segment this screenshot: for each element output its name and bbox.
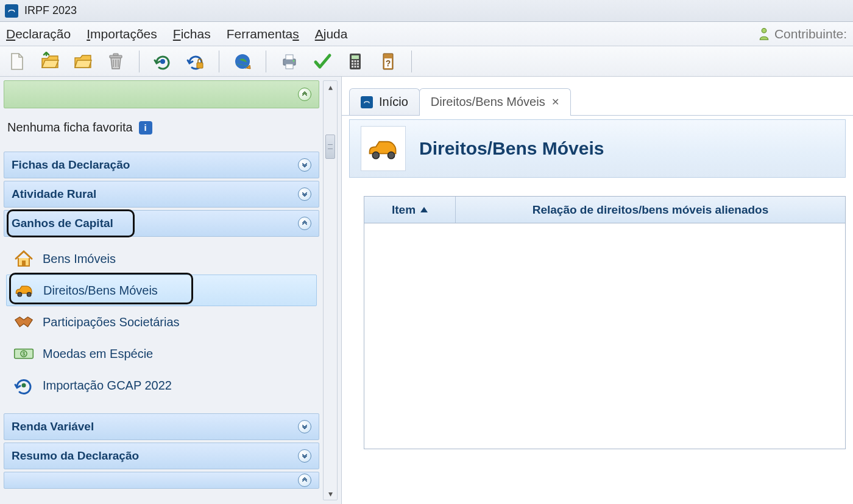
grid-body-empty xyxy=(364,223,845,449)
content-body: Item Relação de direitos/bens móveis ali… xyxy=(342,178,853,504)
toolbar-globe[interactable] xyxy=(232,51,253,72)
accordion-acesso-gov[interactable]: Acesso com gov.br xyxy=(4,472,319,489)
menu-ferramentas[interactable]: Ferramentas xyxy=(227,27,299,41)
tab-label: Direitos/Bens Móveis xyxy=(431,95,545,109)
tree-item-bens-imoveis[interactable]: Bens Imóveis xyxy=(6,243,317,275)
scroll-thumb[interactable] xyxy=(325,135,335,159)
svg-rect-12 xyxy=(352,60,353,62)
tab-direitos-bens-moveis[interactable]: Direitos/Bens Móveis ✕ xyxy=(419,88,571,115)
favoritos-body: Nenhuma ficha favorita i xyxy=(4,111,319,149)
tree-item-participacoes[interactable]: Participações Societárias xyxy=(6,306,317,338)
ganhos-body: Bens Imóveis Direitos/Bens Móveis Partic… xyxy=(4,239,319,411)
toolbar-new-file[interactable] xyxy=(6,51,28,72)
favoritos-empty-text: Nenhuma ficha favorita xyxy=(7,121,133,135)
svg-point-31 xyxy=(372,152,379,159)
menu-declaracao[interactable]: Declaração xyxy=(6,27,71,41)
toolbar-calculator[interactable] xyxy=(344,51,366,72)
accordion-resumo-declaracao[interactable]: Resumo da Declaração xyxy=(4,443,319,469)
svg-point-30 xyxy=(22,383,26,388)
col-label: Relação de direitos/bens móveis alienado… xyxy=(533,203,769,217)
collapse-icon[interactable] xyxy=(298,217,311,230)
accordion-ganhos-capital[interactable]: Ganhos de Capital xyxy=(4,210,319,237)
toolbar-sync-down[interactable] xyxy=(152,51,174,72)
accordion-renda-variavel[interactable]: Renda Variável xyxy=(4,413,319,440)
tree-item-moedas[interactable]: $ Moedas em Espécie xyxy=(6,338,317,369)
menu-fichas[interactable]: Fichas xyxy=(173,27,211,41)
toolbar-print[interactable] xyxy=(278,51,300,72)
svg-point-0 xyxy=(762,28,766,33)
scroll-track[interactable] xyxy=(324,92,337,489)
user-icon xyxy=(759,27,770,41)
toolbar-separator xyxy=(139,51,140,72)
tree-item-label: Participações Societárias xyxy=(43,315,180,329)
col-label: Item xyxy=(392,203,416,217)
grid-col-item[interactable]: Item xyxy=(364,197,456,223)
tabstrip: Início Direitos/Bens Móveis ✕ xyxy=(342,88,853,116)
svg-rect-2 xyxy=(113,54,118,55)
page-header: Direitos/Bens Móveis xyxy=(349,119,846,178)
svg-rect-4 xyxy=(197,63,203,68)
tree-item-direitos-bens-moveis[interactable]: Direitos/Bens Móveis xyxy=(6,275,317,306)
toolbar-folder[interactable] xyxy=(72,51,94,72)
app-icon xyxy=(5,4,18,18)
sort-asc-icon xyxy=(420,207,428,212)
main-split: Nenhuma ficha favorita i Fichas da Decla… xyxy=(0,77,853,504)
collapse-icon[interactable] xyxy=(298,474,311,487)
close-icon[interactable]: ✕ xyxy=(551,96,559,108)
svg-text:?: ? xyxy=(386,58,391,68)
svg-rect-18 xyxy=(352,66,353,68)
svg-rect-17 xyxy=(357,63,359,65)
menu-ajuda[interactable]: Ajuda xyxy=(315,27,348,41)
tab-label: Início xyxy=(379,95,408,109)
accordion-label: Atividade Rural xyxy=(12,187,96,201)
accordion-favoritos[interactable] xyxy=(4,80,319,108)
tree-item-label: Importação GCAP 2022 xyxy=(43,379,172,393)
svg-rect-15 xyxy=(352,63,353,65)
svg-rect-20 xyxy=(357,66,359,68)
page-icon-car xyxy=(361,126,406,171)
contribuinte-label: Contribuinte: xyxy=(774,27,847,41)
car-icon xyxy=(14,280,35,301)
sidebar-scrollbar[interactable]: ▴ ▾ xyxy=(323,80,338,500)
svg-point-26 xyxy=(27,292,31,296)
svg-point-3 xyxy=(160,59,165,64)
accordion-fichas-declaracao[interactable]: Fichas da Declaração xyxy=(4,152,319,178)
tree-item-importacao-gcap[interactable]: Importação GCAP 2022 xyxy=(6,369,317,401)
svg-rect-13 xyxy=(355,60,356,62)
expand-icon[interactable] xyxy=(298,187,311,201)
svg-point-5 xyxy=(235,54,250,69)
grid-col-relacao[interactable]: Relação de direitos/bens móveis alienado… xyxy=(456,197,845,223)
accordion-atividade-rural[interactable]: Atividade Rural xyxy=(4,181,319,208)
svg-rect-11 xyxy=(352,55,359,59)
tab-inicio[interactable]: Início xyxy=(349,88,420,115)
info-icon[interactable]: i xyxy=(139,121,152,135)
collapse-icon[interactable] xyxy=(298,88,311,101)
toolbar-sync-lock[interactable] xyxy=(185,51,207,72)
tree-item-label: Moedas em Espécie xyxy=(43,347,153,361)
accordion-label: Resumo da Declaração xyxy=(12,449,139,463)
menu-importacoes[interactable]: Importações xyxy=(87,27,157,41)
toolbar: ? xyxy=(0,46,853,77)
grid-header: Item Relação de direitos/bens móveis ali… xyxy=(364,197,845,223)
expand-icon[interactable] xyxy=(298,158,311,172)
contribuinte-indicator: Contribuinte: xyxy=(759,27,847,41)
svg-rect-14 xyxy=(357,60,359,62)
toolbar-help-doc[interactable]: ? xyxy=(377,51,399,72)
accordion-label: Renda Variável xyxy=(12,420,94,433)
scroll-up-icon[interactable]: ▴ xyxy=(328,82,333,92)
tree-item-label: Bens Imóveis xyxy=(43,252,116,266)
expand-icon[interactable] xyxy=(298,449,311,463)
titlebar: IRPF 2023 xyxy=(0,0,853,22)
sidebar: Nenhuma ficha favorita i Fichas da Decla… xyxy=(0,77,341,504)
data-grid: Item Relação de direitos/bens móveis ali… xyxy=(364,196,846,449)
toolbar-trash[interactable] xyxy=(105,51,127,72)
toolbar-separator xyxy=(411,51,412,72)
toolbar-open-folder-arrow[interactable] xyxy=(39,51,61,72)
toolbar-check[interactable] xyxy=(311,51,333,72)
svg-rect-16 xyxy=(355,63,356,65)
svg-point-9 xyxy=(293,60,295,61)
svg-rect-24 xyxy=(22,261,26,266)
tree-item-label: Direitos/Bens Móveis xyxy=(43,284,158,298)
expand-icon[interactable] xyxy=(298,420,311,433)
scroll-down-icon[interactable]: ▾ xyxy=(328,489,333,499)
